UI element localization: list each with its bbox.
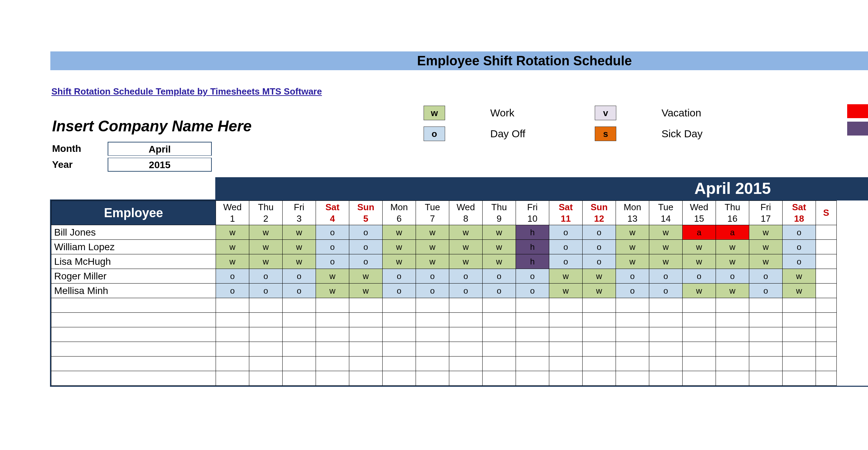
schedule-cell[interactable] — [583, 357, 616, 371]
template-link[interactable]: Shift Rotation Schedule Template by Time… — [51, 86, 322, 97]
schedule-cell[interactable]: o — [516, 269, 549, 284]
schedule-cell[interactable]: o — [783, 225, 816, 240]
company-name[interactable]: Insert Company Name Here — [52, 117, 252, 135]
schedule-cell[interactable]: o — [383, 269, 416, 284]
schedule-cell[interactable] — [249, 313, 283, 327]
schedule-cell[interactable] — [416, 327, 449, 342]
schedule-cell[interactable] — [816, 357, 837, 371]
schedule-cell[interactable] — [649, 298, 683, 313]
schedule-cell[interactable]: w — [483, 225, 516, 240]
schedule-cell[interactable] — [349, 357, 383, 371]
schedule-cell[interactable]: o — [749, 269, 783, 284]
schedule-cell[interactable] — [616, 327, 649, 342]
schedule-cell[interactable] — [483, 298, 516, 313]
schedule-cell[interactable] — [783, 342, 816, 357]
schedule-cell[interactable]: o — [583, 240, 616, 254]
schedule-cell[interactable] — [783, 357, 816, 371]
schedule-cell[interactable] — [549, 327, 583, 342]
schedule-cell[interactable]: w — [483, 254, 516, 269]
schedule-cell[interactable] — [816, 298, 837, 313]
schedule-cell[interactable] — [616, 357, 649, 371]
schedule-cell[interactable] — [816, 284, 837, 298]
schedule-cell[interactable] — [816, 313, 837, 327]
schedule-cell[interactable] — [583, 327, 616, 342]
schedule-cell[interactable]: w — [649, 254, 683, 269]
schedule-cell[interactable] — [216, 327, 249, 342]
table-row[interactable] — [51, 298, 837, 313]
schedule-cell[interactable] — [816, 371, 837, 386]
schedule-cell[interactable] — [449, 342, 483, 357]
schedule-cell[interactable] — [683, 327, 716, 342]
schedule-cell[interactable] — [349, 298, 383, 313]
schedule-cell[interactable]: o — [549, 240, 583, 254]
schedule-cell[interactable]: w — [483, 240, 516, 254]
schedule-cell[interactable] — [483, 357, 516, 371]
schedule-cell[interactable] — [816, 225, 837, 240]
schedule-cell[interactable] — [683, 342, 716, 357]
schedule-cell[interactable] — [283, 371, 316, 386]
schedule-cell[interactable] — [283, 327, 316, 342]
schedule-cell[interactable]: o — [749, 284, 783, 298]
schedule-cell[interactable] — [383, 342, 416, 357]
schedule-cell[interactable] — [316, 357, 349, 371]
schedule-cell[interactable] — [616, 313, 649, 327]
schedule-cell[interactable] — [516, 298, 549, 313]
schedule-cell[interactable]: o — [449, 284, 483, 298]
schedule-cell[interactable] — [249, 327, 283, 342]
schedule-cell[interactable]: w — [616, 254, 649, 269]
schedule-cell[interactable]: w — [349, 269, 383, 284]
schedule-cell[interactable] — [749, 342, 783, 357]
schedule-cell[interactable] — [616, 371, 649, 386]
schedule-cell[interactable] — [816, 269, 837, 284]
schedule-cell[interactable] — [683, 313, 716, 327]
schedule-cell[interactable]: w — [683, 284, 716, 298]
schedule-cell[interactable] — [649, 342, 683, 357]
schedule-cell[interactable]: w — [549, 284, 583, 298]
employee-name[interactable]: Lisa McHugh — [51, 254, 216, 269]
schedule-cell[interactable] — [449, 371, 483, 386]
schedule-cell[interactable] — [416, 342, 449, 357]
schedule-cell[interactable] — [683, 371, 716, 386]
schedule-cell[interactable] — [349, 342, 383, 357]
schedule-cell[interactable]: w — [383, 254, 416, 269]
schedule-cell[interactable] — [549, 313, 583, 327]
schedule-cell[interactable] — [483, 371, 516, 386]
employee-name[interactable] — [51, 313, 216, 327]
employee-name[interactable] — [51, 327, 216, 342]
schedule-cell[interactable] — [283, 298, 316, 313]
schedule-cell[interactable] — [716, 298, 749, 313]
schedule-cell[interactable] — [516, 342, 549, 357]
schedule-cell[interactable]: w — [649, 225, 683, 240]
schedule-cell[interactable]: w — [249, 240, 283, 254]
schedule-cell[interactable]: w — [416, 225, 449, 240]
schedule-cell[interactable] — [483, 327, 516, 342]
schedule-cell[interactable]: o — [483, 284, 516, 298]
schedule-cell[interactable]: o — [349, 225, 383, 240]
schedule-cell[interactable] — [649, 357, 683, 371]
schedule-cell[interactable]: o — [383, 284, 416, 298]
schedule-cell[interactable]: o — [583, 225, 616, 240]
employee-name[interactable] — [51, 298, 216, 313]
schedule-cell[interactable] — [549, 342, 583, 357]
schedule-cell[interactable]: w — [383, 240, 416, 254]
schedule-cell[interactable] — [416, 371, 449, 386]
schedule-cell[interactable] — [216, 371, 249, 386]
schedule-cell[interactable]: w — [216, 225, 249, 240]
schedule-cell[interactable] — [749, 298, 783, 313]
schedule-cell[interactable] — [416, 357, 449, 371]
schedule-cell[interactable]: w — [616, 225, 649, 240]
schedule-cell[interactable] — [749, 371, 783, 386]
schedule-cell[interactable]: o — [449, 269, 483, 284]
table-row[interactable]: Bill Joneswwwoowwwwhoowwaawo — [51, 225, 837, 240]
schedule-cell[interactable] — [549, 298, 583, 313]
table-row[interactable]: William Lopezwwwoowwwwhoowwwwwo — [51, 240, 837, 254]
schedule-cell[interactable]: o — [483, 269, 516, 284]
schedule-cell[interactable]: w — [616, 240, 649, 254]
schedule-cell[interactable] — [383, 327, 416, 342]
schedule-cell[interactable] — [783, 298, 816, 313]
schedule-cell[interactable]: w — [716, 284, 749, 298]
schedule-cell[interactable]: h — [516, 240, 549, 254]
schedule-cell[interactable]: o — [516, 284, 549, 298]
schedule-cell[interactable] — [816, 240, 837, 254]
schedule-cell[interactable]: w — [749, 254, 783, 269]
